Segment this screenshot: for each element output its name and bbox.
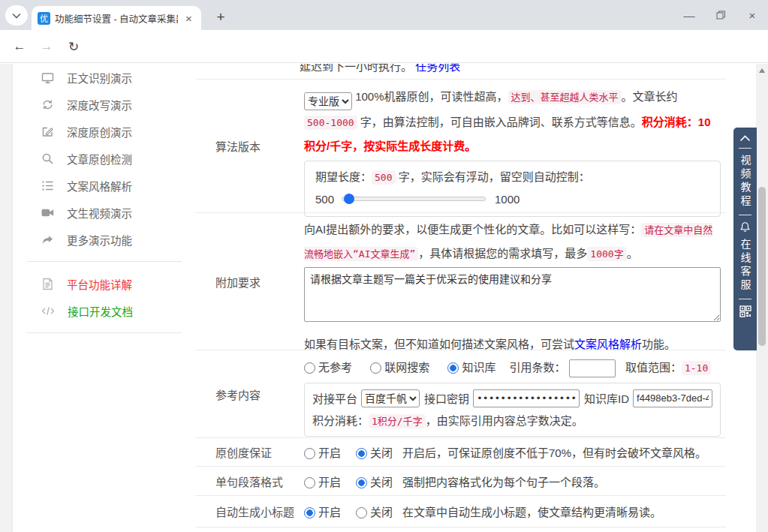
- sidebar-item-deep-rewrite[interactable]: 深度改写演示: [14, 91, 195, 118]
- schedule-text: 延迟到下一小时执行。: [300, 64, 412, 73]
- scrolled-row-partial: 延迟到下一小时执行。 任务列表: [195, 64, 726, 79]
- chevron-down-icon: [12, 13, 21, 19]
- favicon: 优: [38, 12, 50, 25]
- tab-search-button[interactable]: [5, 5, 28, 26]
- sidebar-item-text-to-video[interactable]: 文生视频演示: [14, 199, 195, 226]
- toggle-description: 强制把内容格式化为每个句子一个段落。: [402, 473, 605, 489]
- radio-no-reference-input[interactable]: [304, 362, 315, 374]
- floating-side-panel: 视频教程 在线客服: [733, 128, 757, 350]
- toggle-off-option[interactable]: 关闭: [356, 473, 393, 489]
- toggle-off-option[interactable]: 关闭: [356, 444, 393, 460]
- sidebar-link-platform-features[interactable]: 平台功能详解: [14, 270, 195, 297]
- radio-knowledge-base-input[interactable]: [447, 362, 459, 374]
- close-button[interactable]: ×: [736, 0, 768, 30]
- row-extra-requirements: 附加要求 向AI提出额外的要求，以便生成更个性化的文章。比如可以这样写：请在文章…: [195, 212, 726, 350]
- sidebar-link-label: 平台功能详解: [67, 276, 132, 292]
- toggle-on-radio[interactable]: [304, 507, 315, 518]
- toggle-off-radio[interactable]: [356, 507, 367, 518]
- quote-count-input[interactable]: [569, 359, 616, 377]
- settings-form: 延迟到下一小时执行。 任务列表 算法版本 专业版 100%机器原创，可读性超高，…: [195, 64, 726, 532]
- platform-select[interactable]: 百度千帆: [361, 389, 420, 407]
- radio-web-search-input[interactable]: [370, 362, 381, 374]
- api-secret-label: 接口密钥: [424, 390, 469, 406]
- browser-navbar: ← → ↻ ucaiyun.com/caiji/settings/ ☆ 井 ⋮: [0, 30, 768, 63]
- extra-requirements-textarea[interactable]: 请根据文章主题写一篇关于优采云的使用建议和分享: [304, 267, 721, 322]
- scrollbar-thumb[interactable]: [758, 187, 766, 346]
- platform-label: 对接平台: [312, 390, 357, 406]
- style-analysis-link[interactable]: 文案风格解析: [574, 338, 642, 350]
- knowledge-base-config-box: 对接平台 百度千帆 接口密钥 知识库ID 积分消耗：1积分/千字，由实际引用内容…: [304, 383, 721, 437]
- highlight-text: 500: [372, 170, 395, 185]
- row-label: 原创度保证: [195, 438, 304, 466]
- extra-requirements-description: 向AI提出额外的要求，以便生成更个性化的文章。比如可以这样写：请在文章中自然流畅…: [304, 218, 721, 266]
- radio-knowledge-base[interactable]: 知识库: [447, 361, 495, 374]
- chevron-up-icon[interactable]: [739, 135, 751, 142]
- toggle-off-option[interactable]: 关闭: [356, 503, 393, 519]
- document-icon: [41, 278, 54, 290]
- browser-tab[interactable]: 优 功能细节设置 - 自动文章采集器 ×: [32, 6, 201, 30]
- page-scrollbar[interactable]: [756, 64, 768, 532]
- style-analysis-note: 如果有目标文案，但不知道如何描述文案风格，可尝试文案风格解析功能。: [304, 335, 721, 351]
- toggle-on-option[interactable]: 开启: [304, 503, 341, 519]
- task-list-link[interactable]: 任务列表: [415, 64, 460, 73]
- sidebar-item-more-demos[interactable]: 更多演示功能: [14, 226, 195, 253]
- sidebar: 正文识别演示 深度改写演示 深度原创演示 文章原创检测 文案风格解析 文生视频演…: [14, 64, 195, 341]
- radio-no-reference[interactable]: 无参考: [304, 361, 352, 374]
- row-label: 参考内容: [195, 350, 304, 437]
- slider-max-label: 1000: [495, 193, 520, 206]
- reference-mode-options: 无参考 联网搜索 知识库 引用条数： 取值范围：1-10: [304, 350, 721, 377]
- toggle-on-radio[interactable]: [304, 477, 315, 488]
- toggle-on-radio[interactable]: [304, 448, 315, 459]
- panel-divider: [739, 148, 751, 149]
- new-tab-button[interactable]: +: [210, 7, 231, 28]
- toggle-off-radio[interactable]: [356, 477, 367, 488]
- sidebar-item-label: 文案风格解析: [67, 178, 132, 194]
- sidebar-item-label: 更多演示功能: [67, 232, 132, 248]
- highlight-text: 1000字: [587, 247, 626, 261]
- scrollbar-up-arrow[interactable]: [759, 68, 765, 73]
- quote-count-label: 引用条数：: [510, 361, 566, 374]
- row-originality-guarantee: 原创度保证 开启 关闭 开启后，可保证原创度不低于70%，但有时会破坏文章风格。: [195, 437, 726, 466]
- sidebar-link-api-docs[interactable]: 接口开发文档: [14, 297, 195, 324]
- reload-button[interactable]: ↻: [63, 36, 84, 57]
- kb-id-input[interactable]: [633, 389, 712, 407]
- sidebar-item-deep-original[interactable]: 深度原创演示: [14, 118, 195, 145]
- page-left-margin: [0, 64, 13, 532]
- tab-close-icon[interactable]: ×: [182, 12, 195, 25]
- algorithm-version-select[interactable]: 专业版: [304, 92, 352, 110]
- restore-button[interactable]: [705, 0, 736, 30]
- row-label: 算法版本: [195, 80, 304, 212]
- forward-button[interactable]: →: [36, 36, 57, 57]
- highlight-text: 1-10: [682, 361, 711, 375]
- minimize-button[interactable]: —: [673, 0, 705, 30]
- row-label: 自动生成小标题: [195, 496, 304, 527]
- code-icon: [41, 305, 55, 317]
- sidebar-item-content-detect[interactable]: 正文识别演示: [14, 64, 195, 91]
- sidebar-item-originality-check[interactable]: 文章原创检测: [14, 145, 195, 172]
- kb-id-label: 知识库ID: [584, 390, 629, 406]
- range-label: 取值范围：: [625, 361, 682, 374]
- reference-cost-text: 积分消耗：1积分/千字，由实际引用内容总字数决定。: [312, 410, 712, 432]
- online-service-button[interactable]: 在线客服: [740, 239, 751, 293]
- radio-web-search[interactable]: 联网搜索: [370, 361, 429, 374]
- toggle-on-option[interactable]: 开启: [304, 444, 341, 460]
- qr-code-icon[interactable]: [739, 305, 751, 317]
- toggle-on-option[interactable]: 开启: [304, 473, 341, 489]
- refresh-icon: [41, 98, 54, 111]
- back-button[interactable]: ←: [9, 36, 30, 57]
- bell-icon: [739, 221, 751, 233]
- panel-divider: [739, 299, 751, 299]
- sidebar-item-label: 正文识别演示: [67, 70, 132, 86]
- row-algorithm-version: 算法版本 专业版 100%机器原创，可读性超高，达到、甚至超越人类水平。文章长约…: [195, 79, 726, 212]
- highlight-text: 1积分/千字: [369, 414, 426, 428]
- algorithm-description: 专业版 100%机器原创，可读性超高，达到、甚至超越人类水平。文章长约 500-…: [304, 85, 721, 158]
- video-tutorial-button[interactable]: 视频教程: [740, 155, 751, 209]
- length-slider[interactable]: [342, 197, 486, 201]
- toggle-description: 开启后，可保证原创度不低于70%，但有时会破坏文章风格。: [402, 444, 706, 460]
- slider-thumb[interactable]: [344, 194, 354, 204]
- toggle-off-radio[interactable]: [356, 448, 367, 459]
- sidebar-divider: [27, 332, 182, 333]
- video-icon: [41, 206, 54, 219]
- api-secret-input[interactable]: [473, 389, 580, 407]
- sidebar-item-style-analysis[interactable]: 文案风格解析: [14, 172, 195, 199]
